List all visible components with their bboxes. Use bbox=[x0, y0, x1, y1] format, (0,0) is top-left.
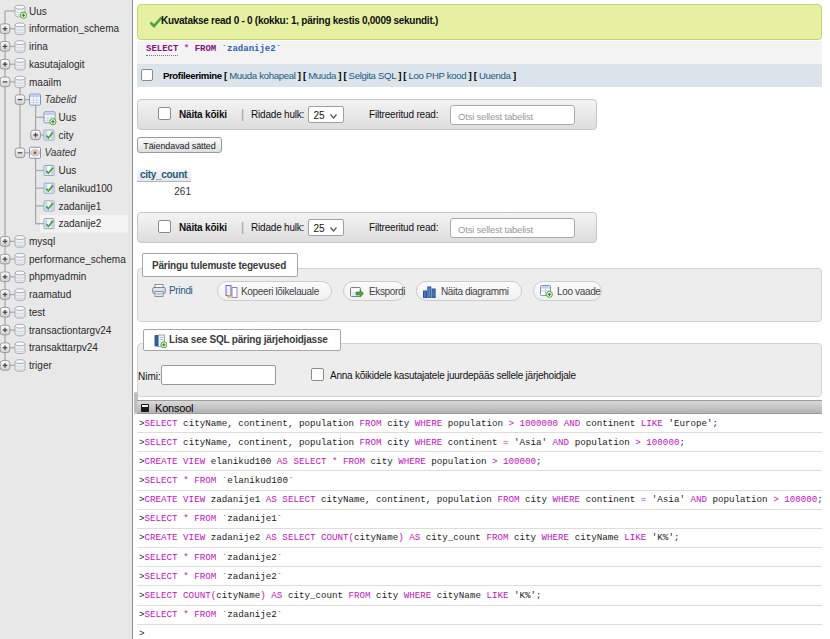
svg-text:kasutajalogit: kasutajalogit bbox=[29, 59, 85, 70]
svg-text:Uus: Uus bbox=[59, 112, 77, 123]
svg-text:test: test bbox=[29, 307, 45, 318]
svg-text:Vaated: Vaated bbox=[45, 147, 77, 158]
svg-text:phpmyadmin: phpmyadmin bbox=[29, 271, 86, 282]
svg-text:information_schema: information_schema bbox=[29, 23, 119, 34]
svg-text:Uus: Uus bbox=[29, 6, 47, 17]
svg-text:zadanije2: zadanije2 bbox=[59, 218, 102, 229]
svg-text:mysql: mysql bbox=[29, 236, 55, 247]
svg-text:performance_schema: performance_schema bbox=[29, 254, 126, 265]
svg-text:maailm: maailm bbox=[29, 77, 61, 88]
svg-text:city: city bbox=[59, 130, 74, 141]
svg-text:zadanije1: zadanije1 bbox=[59, 201, 102, 212]
svg-text:Tabelid: Tabelid bbox=[45, 94, 77, 105]
svg-text:transactiontargv24: transactiontargv24 bbox=[29, 325, 112, 336]
svg-text:raamatud: raamatud bbox=[29, 289, 71, 300]
svg-text:triger: triger bbox=[29, 360, 52, 371]
svg-text:elanikud100: elanikud100 bbox=[59, 183, 113, 194]
svg-text:transakttarpv24: transakttarpv24 bbox=[29, 342, 98, 353]
svg-text:Uus: Uus bbox=[59, 165, 77, 176]
svg-text:irina: irina bbox=[29, 41, 48, 52]
